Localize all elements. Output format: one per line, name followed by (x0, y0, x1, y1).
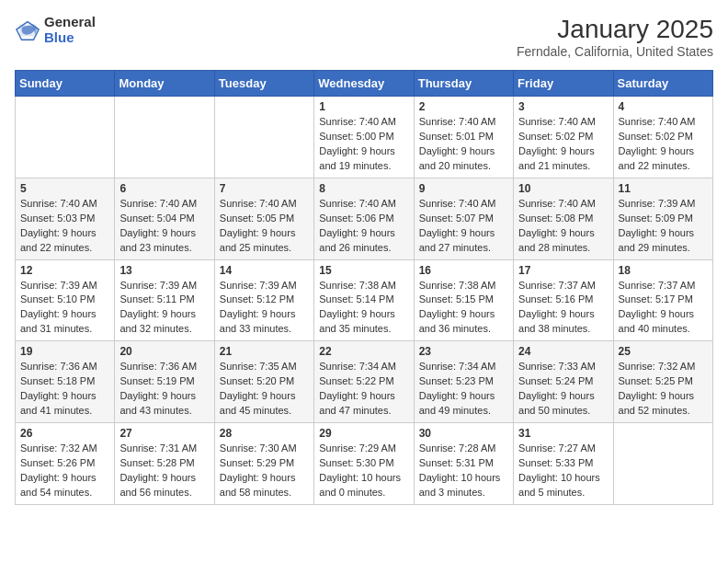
calendar-day-cell: 6Sunrise: 7:40 AM Sunset: 5:04 PM Daylig… (115, 178, 214, 259)
day-number: 10 (518, 182, 608, 195)
calendar-day-cell: 1Sunrise: 7:40 AM Sunset: 5:00 PM Daylig… (314, 97, 414, 178)
day-number: 6 (119, 182, 209, 195)
calendar-day-cell: 23Sunrise: 7:34 AM Sunset: 5:23 PM Dayli… (414, 341, 513, 423)
calendar-day-cell: 21Sunrise: 7:35 AM Sunset: 5:20 PM Dayli… (214, 341, 313, 423)
day-info: Sunrise: 7:37 AM Sunset: 5:17 PM Dayligh… (619, 279, 708, 338)
day-number: 28 (220, 427, 309, 440)
day-info: Sunrise: 7:30 AM Sunset: 5:29 PM Dayligh… (220, 442, 309, 500)
calendar-table: SundayMondayTuesdayWednesdayThursdayFrid… (15, 70, 713, 505)
calendar-day-cell: 3Sunrise: 7:40 AM Sunset: 5:02 PM Daylig… (514, 97, 613, 178)
calendar-day-cell: 7Sunrise: 7:40 AM Sunset: 5:05 PM Daylig… (214, 178, 313, 259)
calendar-day-cell: 13Sunrise: 7:39 AM Sunset: 5:11 PM Dayli… (115, 259, 214, 341)
day-number: 29 (319, 427, 408, 440)
logo-icon (15, 17, 40, 43)
calendar-week-row: 5Sunrise: 7:40 AM Sunset: 5:03 PM Daylig… (16, 178, 713, 259)
calendar-header-row: SundayMondayTuesdayWednesdayThursdayFrid… (16, 71, 713, 97)
day-number: 5 (20, 182, 109, 195)
day-number: 17 (518, 264, 608, 277)
day-info: Sunrise: 7:40 AM Sunset: 5:04 PM Dayligh… (119, 197, 209, 256)
day-number: 16 (419, 264, 508, 277)
weekday-header: Sunday (16, 71, 115, 97)
weekday-header: Friday (514, 71, 613, 97)
day-number: 15 (319, 264, 408, 277)
weekday-header: Tuesday (214, 71, 313, 97)
calendar-day-cell: 11Sunrise: 7:39 AM Sunset: 5:09 PM Dayli… (613, 178, 712, 259)
day-info: Sunrise: 7:32 AM Sunset: 5:26 PM Dayligh… (20, 442, 109, 500)
day-info: Sunrise: 7:39 AM Sunset: 5:10 PM Dayligh… (20, 279, 109, 338)
calendar-day-cell: 8Sunrise: 7:40 AM Sunset: 5:06 PM Daylig… (314, 178, 414, 259)
location: Ferndale, California, United States (517, 44, 713, 59)
calendar-day-cell: 2Sunrise: 7:40 AM Sunset: 5:01 PM Daylig… (414, 97, 513, 178)
calendar-day-cell: 4Sunrise: 7:40 AM Sunset: 5:02 PM Daylig… (613, 97, 712, 178)
day-number: 12 (20, 264, 109, 277)
day-number: 25 (619, 345, 708, 358)
day-number: 1 (319, 100, 408, 113)
calendar-day-cell: 9Sunrise: 7:40 AM Sunset: 5:07 PM Daylig… (414, 178, 513, 259)
day-number: 21 (220, 345, 309, 358)
day-info: Sunrise: 7:34 AM Sunset: 5:23 PM Dayligh… (419, 360, 508, 419)
calendar-day-cell (16, 97, 115, 178)
day-info: Sunrise: 7:36 AM Sunset: 5:18 PM Dayligh… (20, 360, 109, 419)
day-info: Sunrise: 7:40 AM Sunset: 5:02 PM Dayligh… (619, 115, 708, 174)
day-number: 7 (220, 182, 309, 195)
calendar-week-row: 19Sunrise: 7:36 AM Sunset: 5:18 PM Dayli… (16, 341, 713, 423)
weekday-header: Thursday (414, 71, 513, 97)
day-info: Sunrise: 7:40 AM Sunset: 5:00 PM Dayligh… (319, 115, 408, 174)
calendar-day-cell: 15Sunrise: 7:38 AM Sunset: 5:14 PM Dayli… (314, 259, 414, 341)
logo-text: General Blue (44, 15, 96, 45)
calendar-day-cell: 20Sunrise: 7:36 AM Sunset: 5:19 PM Dayli… (115, 341, 214, 423)
day-number: 2 (419, 100, 508, 113)
calendar-day-cell (214, 97, 313, 178)
weekday-header: Wednesday (314, 71, 414, 97)
calendar-day-cell: 16Sunrise: 7:38 AM Sunset: 5:15 PM Dayli… (414, 259, 513, 341)
day-info: Sunrise: 7:40 AM Sunset: 5:01 PM Dayligh… (419, 115, 508, 174)
calendar-week-row: 1Sunrise: 7:40 AM Sunset: 5:00 PM Daylig… (16, 97, 713, 178)
day-info: Sunrise: 7:36 AM Sunset: 5:19 PM Dayligh… (119, 360, 209, 419)
calendar-day-cell: 24Sunrise: 7:33 AM Sunset: 5:24 PM Dayli… (514, 341, 613, 423)
day-info: Sunrise: 7:40 AM Sunset: 5:07 PM Dayligh… (419, 197, 508, 256)
day-number: 27 (119, 427, 209, 440)
day-info: Sunrise: 7:40 AM Sunset: 5:06 PM Dayligh… (319, 197, 408, 256)
day-number: 9 (419, 182, 508, 195)
day-number: 8 (319, 182, 408, 195)
title-block: January 2025 Ferndale, California, Unite… (517, 15, 713, 59)
day-info: Sunrise: 7:39 AM Sunset: 5:11 PM Dayligh… (119, 279, 209, 338)
logo: General Blue (15, 15, 96, 45)
weekday-header: Saturday (613, 71, 712, 97)
day-info: Sunrise: 7:38 AM Sunset: 5:15 PM Dayligh… (419, 279, 508, 338)
day-info: Sunrise: 7:39 AM Sunset: 5:12 PM Dayligh… (220, 279, 309, 338)
calendar-day-cell: 10Sunrise: 7:40 AM Sunset: 5:08 PM Dayli… (514, 178, 613, 259)
calendar-day-cell: 22Sunrise: 7:34 AM Sunset: 5:22 PM Dayli… (314, 341, 414, 423)
day-number: 31 (518, 427, 608, 440)
day-info: Sunrise: 7:39 AM Sunset: 5:09 PM Dayligh… (619, 197, 708, 256)
day-number: 11 (619, 182, 708, 195)
calendar-day-cell: 18Sunrise: 7:37 AM Sunset: 5:17 PM Dayli… (613, 259, 712, 341)
day-number: 13 (119, 264, 209, 277)
calendar-day-cell: 29Sunrise: 7:29 AM Sunset: 5:30 PM Dayli… (314, 423, 414, 505)
calendar-day-cell: 17Sunrise: 7:37 AM Sunset: 5:16 PM Dayli… (514, 259, 613, 341)
day-number: 23 (419, 345, 508, 358)
calendar-day-cell: 25Sunrise: 7:32 AM Sunset: 5:25 PM Dayli… (613, 341, 712, 423)
month-title: January 2025 (517, 15, 713, 44)
calendar-day-cell: 5Sunrise: 7:40 AM Sunset: 5:03 PM Daylig… (16, 178, 115, 259)
calendar-day-cell: 19Sunrise: 7:36 AM Sunset: 5:18 PM Dayli… (16, 341, 115, 423)
day-info: Sunrise: 7:40 AM Sunset: 5:02 PM Dayligh… (518, 115, 608, 174)
calendar-day-cell: 12Sunrise: 7:39 AM Sunset: 5:10 PM Dayli… (16, 259, 115, 341)
day-info: Sunrise: 7:38 AM Sunset: 5:14 PM Dayligh… (319, 279, 408, 338)
day-info: Sunrise: 7:40 AM Sunset: 5:03 PM Dayligh… (20, 197, 109, 256)
page-header: General Blue January 2025 Ferndale, Cali… (15, 15, 713, 59)
day-info: Sunrise: 7:34 AM Sunset: 5:22 PM Dayligh… (319, 360, 408, 419)
day-number: 4 (619, 100, 708, 113)
day-number: 26 (20, 427, 109, 440)
logo-general-text: General (44, 15, 96, 30)
day-info: Sunrise: 7:27 AM Sunset: 5:33 PM Dayligh… (518, 442, 608, 500)
day-info: Sunrise: 7:28 AM Sunset: 5:31 PM Dayligh… (419, 442, 508, 500)
calendar-day-cell: 30Sunrise: 7:28 AM Sunset: 5:31 PM Dayli… (414, 423, 513, 505)
weekday-header: Monday (115, 71, 214, 97)
day-info: Sunrise: 7:32 AM Sunset: 5:25 PM Dayligh… (619, 360, 708, 419)
calendar-week-row: 26Sunrise: 7:32 AM Sunset: 5:26 PM Dayli… (16, 423, 713, 505)
day-number: 22 (319, 345, 408, 358)
calendar-day-cell: 28Sunrise: 7:30 AM Sunset: 5:29 PM Dayli… (214, 423, 313, 505)
day-number: 3 (518, 100, 608, 113)
day-number: 24 (518, 345, 608, 358)
